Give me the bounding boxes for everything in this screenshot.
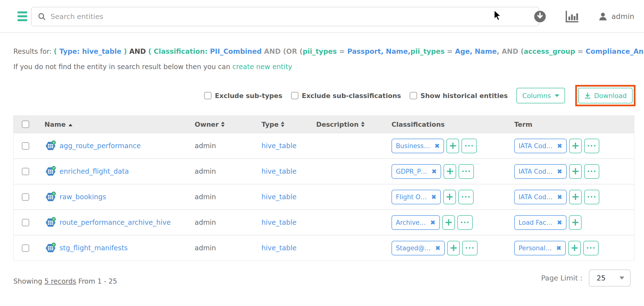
classification-chip[interactable]: GDPR_P… ✖: [392, 164, 441, 179]
column-header-name[interactable]: Name: [39, 121, 192, 128]
type-link[interactable]: hive_table: [262, 218, 296, 226]
add-term-button[interactable]: +: [569, 139, 582, 153]
classification-chip[interactable]: Staged@… ✖: [392, 241, 445, 255]
row-checkbox[interactable]: [22, 168, 29, 175]
add-classification-button[interactable]: +: [446, 139, 459, 153]
results-prefix: Results for:: [13, 48, 54, 56]
remove-classification-icon[interactable]: ✖: [430, 219, 436, 226]
remove-classification-icon[interactable]: ✖: [434, 142, 440, 150]
query-segment: (OR (: [283, 48, 303, 56]
remove-classification-icon[interactable]: ✖: [431, 193, 436, 201]
more-terms-button[interactable]: •••: [584, 139, 600, 153]
download-circle-icon[interactable]: [534, 10, 546, 23]
records-count-link[interactable]: 5 records: [44, 277, 76, 285]
classification-chip[interactable]: Archive… ✖: [392, 215, 440, 230]
add-term-button[interactable]: +: [569, 190, 582, 204]
term-chip-label: IATA Cod…: [518, 193, 552, 201]
term-chip[interactable]: IATA Cod… ✖: [514, 190, 567, 204]
remove-term-icon[interactable]: ✖: [557, 168, 562, 175]
row-checkbox[interactable]: [22, 244, 29, 252]
add-classification-button[interactable]: +: [443, 190, 456, 204]
column-header-description[interactable]: Description: [314, 121, 389, 128]
sort-icon: [361, 122, 364, 127]
user-menu[interactable]: admin: [598, 12, 634, 22]
columns-button[interactable]: Columns: [516, 88, 565, 103]
more-classifications-button[interactable]: •••: [458, 164, 474, 179]
owner-value: admin: [195, 142, 216, 150]
add-term-button[interactable]: +: [569, 215, 582, 230]
add-classification-button[interactable]: +: [442, 215, 455, 230]
more-classifications-button[interactable]: •••: [457, 215, 473, 230]
menu-hamburger-icon[interactable]: [18, 12, 27, 21]
column-header-type[interactable]: Type: [259, 121, 314, 128]
type-link[interactable]: hive_table: [262, 142, 296, 150]
entity-name-link[interactable]: enriched_flight_data: [60, 167, 129, 175]
remove-term-icon[interactable]: ✖: [557, 219, 562, 226]
toolbar-checkbox-group[interactable]: Exclude sub-types: [204, 92, 282, 100]
query-segment: =: [575, 48, 586, 56]
row-checkbox[interactable]: [22, 219, 29, 226]
search-input[interactable]: [50, 13, 533, 21]
download-button[interactable]: Download: [578, 88, 632, 103]
query-segment: (: [54, 48, 59, 56]
remove-classification-icon[interactable]: ✖: [435, 244, 440, 252]
download-button-label: Download: [594, 92, 627, 100]
checkbox[interactable]: [410, 92, 417, 99]
table-body: agg_route_performance admin hive_table B…: [14, 133, 634, 260]
hint-text: If you do not find the entity in search …: [13, 63, 232, 71]
term-chip-label: IATA Cod…: [518, 168, 552, 175]
classification-chip[interactable]: Flight O… ✖: [392, 190, 441, 204]
row-checkbox[interactable]: [22, 142, 29, 150]
entity-name-link[interactable]: agg_route_performance: [60, 142, 141, 150]
more-terms-button[interactable]: •••: [584, 164, 600, 179]
more-classifications-button[interactable]: •••: [462, 241, 478, 255]
add-classification-button[interactable]: +: [447, 241, 460, 255]
remove-term-icon[interactable]: ✖: [557, 193, 562, 201]
remove-term-icon[interactable]: ✖: [557, 142, 562, 150]
classification-chip-label: Staged@…: [396, 244, 431, 252]
add-term-button[interactable]: +: [569, 164, 582, 179]
chevron-down-icon: [620, 276, 624, 279]
type-link[interactable]: hive_table: [262, 244, 296, 252]
classification-chip[interactable]: Business… ✖: [392, 139, 444, 153]
checkbox[interactable]: [204, 92, 212, 99]
type-link[interactable]: hive_table: [262, 167, 296, 175]
column-header-owner[interactable]: Owner: [192, 121, 259, 128]
more-terms-button[interactable]: •••: [584, 190, 600, 204]
row-checkbox[interactable]: [22, 193, 29, 201]
query-segment: Age, Name: [455, 48, 497, 56]
add-classification-button[interactable]: +: [444, 164, 456, 179]
entity-name-link[interactable]: route_performance_archive_hive: [60, 218, 170, 226]
entity-name-link[interactable]: stg_flight_manifests: [60, 244, 128, 252]
toolbar-checkbox-group[interactable]: Show historical entities: [410, 92, 508, 100]
query-segment: ): [122, 48, 129, 56]
term-chip[interactable]: Personal… ✖: [514, 241, 566, 255]
toolbar-checkbox-group[interactable]: Exclude sub-classifications: [291, 92, 401, 100]
entity-name-link[interactable]: raw_bookings: [60, 193, 106, 201]
page-limit-select[interactable]: 25: [589, 269, 631, 286]
term-chip[interactable]: Load Fac… ✖: [514, 215, 566, 230]
select-all-checkbox[interactable]: [22, 121, 29, 128]
page-limit-value: 25: [596, 274, 606, 282]
query-segment: Type: hive_table: [59, 48, 122, 56]
more-classifications-button[interactable]: •••: [458, 190, 474, 204]
column-header-term: Term: [512, 121, 634, 128]
add-term-button[interactable]: +: [568, 241, 581, 255]
checkbox[interactable]: [291, 92, 298, 99]
results-query-line: Results for: ( Type: hive_table ) AND ( …: [13, 48, 636, 56]
bar-chart-icon[interactable]: [565, 10, 579, 23]
remove-classification-icon[interactable]: ✖: [432, 168, 437, 175]
query-segments: ( Type: hive_table ) AND ( Classificatio…: [54, 48, 644, 56]
term-chip[interactable]: IATA Cod… ✖: [514, 164, 567, 179]
more-classifications-button[interactable]: •••: [462, 139, 477, 153]
query-segment: ,: [497, 48, 502, 56]
type-link[interactable]: hive_table: [262, 193, 296, 201]
entity-name-cell: raw_bookings: [39, 191, 192, 203]
classification-chip-label: Business…: [396, 142, 430, 150]
entity-name-cell: stg_flight_manifests: [39, 242, 192, 254]
more-terms-button[interactable]: •••: [583, 241, 598, 255]
query-segment: =: [445, 48, 455, 56]
create-new-entity-link[interactable]: create new entity: [232, 63, 292, 71]
term-chip[interactable]: IATA Cod… ✖: [514, 139, 567, 153]
remove-term-icon[interactable]: ✖: [556, 244, 562, 252]
